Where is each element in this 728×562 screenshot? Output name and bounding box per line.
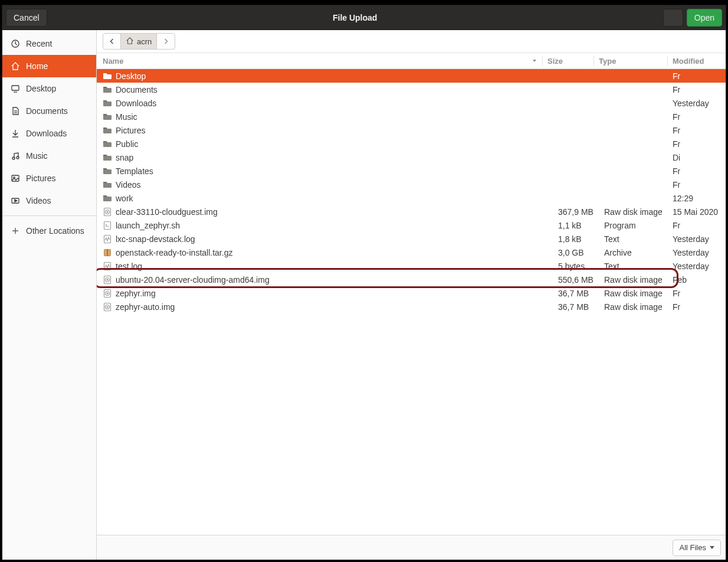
file-name: Documents <box>116 85 158 94</box>
svg-point-7 <box>12 157 15 159</box>
sidebar-item-downloads[interactable]: Downloads <box>2 122 96 145</box>
file-row[interactable]: ubuntu-20.04-server-cloudimg-amd64.img55… <box>97 273 726 286</box>
file-size: 3,0 GB <box>558 248 604 257</box>
disk-icon <box>103 275 112 285</box>
home-icon <box>126 37 134 47</box>
file-row[interactable]: VideosFr <box>97 178 726 191</box>
sidebar-item-music[interactable]: Music <box>2 145 96 167</box>
file-row[interactable]: launch_zephyr.sh1,1 kBProgramFr <box>97 218 726 232</box>
file-row[interactable]: PicturesFr <box>97 123 726 137</box>
file-name: launch_zephyr.sh <box>116 221 180 230</box>
file-filter-label: All Files <box>679 543 706 552</box>
chevron-left-icon <box>109 37 115 46</box>
file-modified: 12:29 <box>673 194 726 203</box>
file-size: 1,8 kB <box>558 234 604 244</box>
file-row[interactable]: zephyr-auto.img36,7 MBRaw disk imageFr <box>97 300 726 313</box>
sidebar-item-pictures[interactable]: Pictures <box>2 167 96 189</box>
folder-icon <box>103 126 112 135</box>
file-row[interactable]: lxc-snap-devstack.log1,8 kBTextYesterday <box>97 232 726 246</box>
folder-icon <box>103 85 112 94</box>
column-headers: Name Size Type Modified <box>97 53 726 69</box>
dialog-title: File Upload <box>51 13 660 22</box>
sidebar-item-other-locations[interactable]: Other Locations <box>2 220 96 242</box>
file-name: Public <box>116 139 138 149</box>
file-type: Archive <box>604 248 673 257</box>
file-type: Text <box>604 262 673 271</box>
file-type: Raw disk image <box>604 289 673 298</box>
sidebar-item-desktop[interactable]: Desktop <box>2 77 96 100</box>
file-name: Music <box>116 112 137 122</box>
file-row[interactable]: DownloadsYesterday <box>97 96 726 110</box>
sidebar-item-label: Recent <box>26 39 52 48</box>
file-type: Raw disk image <box>604 207 673 217</box>
file-size: 367,9 MB <box>558 207 604 217</box>
folder-icon <box>103 139 112 149</box>
folder-icon <box>103 112 112 122</box>
file-row[interactable]: TemplatesFr <box>97 164 726 178</box>
file-size: 36,7 MB <box>558 302 604 312</box>
recent-icon <box>11 39 20 48</box>
path-forward-button[interactable] <box>157 34 175 49</box>
svg-rect-19 <box>104 221 111 229</box>
main-pane: acrn Name Size Type <box>97 30 726 560</box>
file-row[interactable]: DesktopFr <box>97 69 726 83</box>
file-list[interactable]: DesktopFrDocumentsFrDownloadsYesterdayMu… <box>97 69 726 535</box>
file-name: zephyr-auto.img <box>116 302 175 312</box>
path-segment-label: acrn <box>137 37 152 46</box>
column-header-type[interactable]: Type <box>599 57 667 66</box>
file-modified: Feb <box>673 275 726 285</box>
file-modified: Yesterday <box>673 99 726 108</box>
column-header-name[interactable]: Name <box>103 57 542 66</box>
path-back-button[interactable] <box>103 34 121 49</box>
file-name: work <box>116 194 133 203</box>
svg-point-8 <box>17 156 19 159</box>
sidebar-item-videos[interactable]: Videos <box>2 189 96 212</box>
file-row[interactable]: MusicFr <box>97 110 726 123</box>
plus-icon <box>11 226 20 236</box>
documents-icon <box>11 106 20 116</box>
chevron-down-icon <box>710 546 714 549</box>
column-header-size[interactable]: Size <box>547 57 593 66</box>
file-modified: Fr <box>673 289 726 298</box>
pathbar-row: acrn <box>97 30 726 53</box>
sort-indicator-icon <box>532 57 537 66</box>
search-button[interactable] <box>663 9 683 27</box>
file-row[interactable]: PublicFr <box>97 137 726 151</box>
file-filter-dropdown[interactable]: All Files <box>673 540 721 556</box>
script-icon <box>103 221 112 230</box>
svg-rect-3 <box>12 86 19 90</box>
sidebar-item-home[interactable]: Home <box>2 55 96 77</box>
sidebar-item-label: Home <box>26 61 48 71</box>
archive-icon <box>103 248 112 257</box>
file-modified: Fr <box>673 221 726 230</box>
svg-marker-15 <box>533 60 536 62</box>
file-modified: Di <box>673 153 726 162</box>
svg-point-30 <box>107 293 108 294</box>
svg-marker-12 <box>15 200 17 202</box>
file-row[interactable]: DocumentsFr <box>97 83 726 96</box>
places-sidebar: RecentHomeDesktopDocumentsDownloadsMusic… <box>2 30 97 560</box>
path-segment-home[interactable]: acrn <box>121 34 157 49</box>
file-name: Desktop <box>116 71 146 81</box>
cancel-button[interactable]: Cancel <box>6 9 47 27</box>
file-name: ubuntu-20.04-server-cloudimg-amd64.img <box>116 275 270 285</box>
sidebar-item-documents[interactable]: Documents <box>2 100 96 122</box>
column-header-modified[interactable]: Modified <box>673 57 726 66</box>
sidebar-item-recent[interactable]: Recent <box>2 32 96 55</box>
file-row[interactable]: clear-33110-cloudguest.img367,9 MBRaw di… <box>97 205 726 218</box>
text-icon <box>103 234 112 244</box>
sidebar-item-label: Music <box>26 151 48 161</box>
desktop-icon <box>11 84 20 93</box>
file-row[interactable]: work12:29 <box>97 191 726 205</box>
file-type: Raw disk image <box>604 275 673 285</box>
open-button[interactable]: Open <box>687 9 722 27</box>
file-row[interactable]: snapDi <box>97 151 726 164</box>
file-upload-dialog: Cancel File Upload Open RecentHomeDeskto… <box>2 5 726 560</box>
file-row[interactable]: openstack-ready-to-install.tar.gz3,0 GBA… <box>97 246 726 259</box>
file-row[interactable]: test.log5 bytesTextYesterday <box>97 259 726 273</box>
file-modified: 15 Mai 2020 <box>673 207 726 217</box>
file-row[interactable]: zephyr.img36,7 MBRaw disk imageFr <box>97 286 726 300</box>
sidebar-item-label: Videos <box>26 196 51 205</box>
file-modified: Yesterday <box>673 262 726 271</box>
folder-sel-icon <box>103 71 112 81</box>
